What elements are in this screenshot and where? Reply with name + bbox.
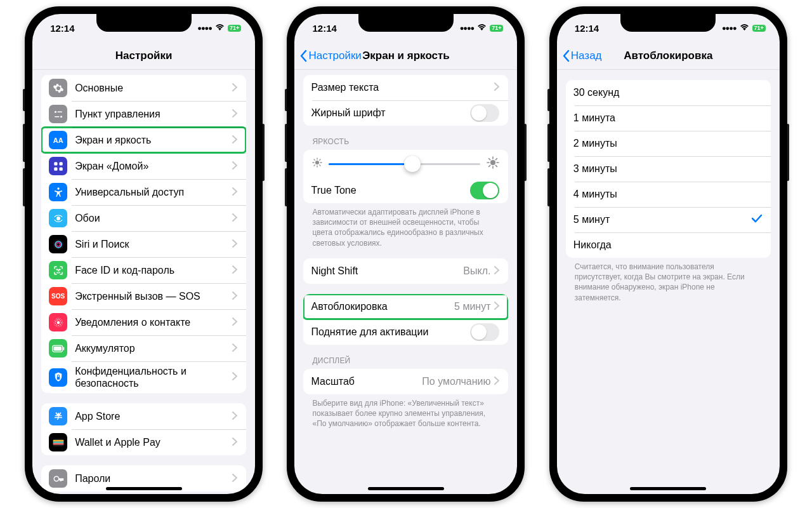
brightness-header: ЯРКОСТЬ	[294, 126, 517, 149]
row-appstore[interactable]: App Store	[41, 403, 246, 429]
battery-icon: 71+	[228, 25, 241, 32]
battery-icon	[49, 339, 67, 358]
row-label: Пункт управления	[75, 108, 232, 120]
row-label: Уведомления о контакте	[75, 316, 232, 328]
row-text-size[interactable]: Размер текста	[303, 75, 508, 100]
autolock-option[interactable]: 4 минуты	[566, 182, 771, 207]
svg-rect-22	[53, 440, 63, 442]
brightness-slider[interactable]	[329, 163, 480, 165]
status-time: 12:14	[312, 23, 336, 34]
row-bold-text[interactable]: Жирный шрифт	[303, 100, 508, 126]
sun-small-icon	[312, 157, 322, 170]
svg-line-33	[314, 165, 315, 166]
autolock-option[interactable]: 5 минут	[566, 207, 771, 232]
row-display[interactable]: AAЭкран и яркость	[41, 127, 246, 153]
display-header: ДИСПЛЕЙ	[294, 345, 517, 368]
passwords-icon	[49, 469, 67, 488]
svg-point-2	[60, 116, 62, 117]
appstore-icon	[49, 407, 67, 425]
svg-point-25	[54, 476, 59, 481]
signal-icon: ●●●●	[460, 24, 475, 32]
row-label: Экран «Домой»	[75, 160, 232, 172]
row-general[interactable]: Основные	[41, 75, 246, 101]
night-shift-label: Night Shift	[311, 265, 463, 277]
row-wallet[interactable]: Wallet и Apple Pay	[41, 429, 246, 455]
row-autolock[interactable]: Автоблокировка 5 минут	[303, 294, 508, 319]
truetone-footer: Автоматически адаптировать дисплей iPhon…	[294, 203, 517, 248]
row-siri[interactable]: Siri и Поиск	[41, 231, 246, 257]
row-label: App Store	[75, 410, 232, 422]
home-indicator[interactable]	[630, 487, 706, 490]
chevron-right-icon	[232, 343, 237, 354]
row-truetone[interactable]: True Tone	[303, 178, 508, 203]
chevron-right-icon	[232, 161, 237, 172]
chevron-right-icon	[232, 109, 237, 120]
signal-icon: ●●●●	[197, 24, 212, 32]
svg-point-35	[490, 160, 495, 165]
row-night-shift[interactable]: Night Shift Выкл.	[303, 258, 508, 284]
option-label: 2 минуты	[573, 137, 762, 149]
back-button[interactable]: Настройки	[299, 50, 361, 62]
home-indicator[interactable]	[106, 487, 182, 490]
row-label: Wallet и Apple Pay	[75, 436, 232, 448]
row-home[interactable]: Экран «Домой»	[41, 153, 246, 179]
chevron-right-icon	[232, 187, 237, 198]
sun-large-icon	[487, 156, 499, 171]
chevron-right-icon	[232, 437, 237, 448]
option-label: 30 секунд	[573, 86, 762, 98]
battery-icon: 71+	[752, 25, 766, 32]
row-label: Основные	[75, 82, 232, 94]
option-label: 4 минуты	[573, 188, 762, 200]
autolock-option[interactable]: 1 минута	[566, 105, 771, 131]
phone-settings: 12:14 ●●●● 71+ Настройки ОсновныеПункт у…	[25, 6, 263, 502]
wifi-icon	[477, 23, 487, 32]
svg-line-31	[314, 159, 315, 160]
raise-label: Поднятие для активации	[311, 326, 470, 338]
svg-rect-1	[57, 111, 62, 112]
privacy-icon	[49, 368, 67, 387]
general-icon	[49, 79, 67, 97]
svg-point-26	[315, 161, 319, 164]
home-icon	[49, 157, 67, 175]
faceid-icon	[49, 261, 67, 279]
row-exposure[interactable]: Уведомления о контакте	[41, 309, 246, 335]
svg-rect-6	[54, 167, 57, 170]
autolock-option[interactable]: 2 минуты	[566, 131, 771, 156]
back-label: Назад	[571, 50, 602, 62]
svg-point-10	[53, 239, 63, 250]
row-wallpaper[interactable]: Обои	[41, 205, 246, 231]
back-button[interactable]: Назад	[562, 50, 602, 62]
nav-bar: Настройки Экран и яркость	[294, 42, 517, 70]
chevron-right-icon	[232, 371, 237, 383]
control-icon	[49, 105, 67, 123]
checkmark-icon	[752, 214, 762, 225]
autolock-option[interactable]: 30 секунд	[566, 80, 771, 105]
row-faceid[interactable]: Face ID и код-пароль	[41, 257, 246, 283]
row-display-zoom[interactable]: Масштаб По умолчанию	[303, 369, 508, 394]
chevron-right-icon	[232, 239, 237, 250]
svg-line-42	[489, 165, 490, 166]
row-battery[interactable]: Аккумулятор	[41, 335, 246, 361]
autolock-option[interactable]: Никогда	[566, 232, 771, 258]
chevron-right-icon	[494, 265, 499, 277]
truetone-toggle[interactable]	[470, 182, 499, 199]
accessibility-icon	[49, 183, 67, 201]
sos-icon: SOS	[49, 287, 67, 305]
home-indicator[interactable]	[368, 487, 444, 490]
bold-text-toggle[interactable]	[470, 104, 499, 122]
row-sos[interactable]: SOSЭкстренный вызов — SOS	[41, 283, 246, 309]
chevron-right-icon	[232, 411, 237, 422]
zoom-value: По умолчанию	[422, 376, 490, 387]
row-accessibility[interactable]: Универсальный доступ	[41, 179, 246, 205]
chevron-right-icon	[232, 291, 237, 302]
option-label: 1 минута	[573, 112, 762, 124]
svg-rect-3	[55, 116, 60, 117]
row-privacy[interactable]: Конфиденциальность и безопасность	[41, 361, 246, 393]
autolock-option[interactable]: 3 минуты	[566, 156, 771, 182]
row-raise-to-wake[interactable]: Поднятие для активации	[303, 319, 508, 345]
battery-icon: 71+	[490, 25, 503, 32]
row-control[interactable]: Пункт управления	[41, 101, 246, 127]
chevron-right-icon	[232, 213, 237, 224]
raise-toggle[interactable]	[470, 323, 499, 341]
row-label: Аккумулятор	[75, 342, 232, 354]
